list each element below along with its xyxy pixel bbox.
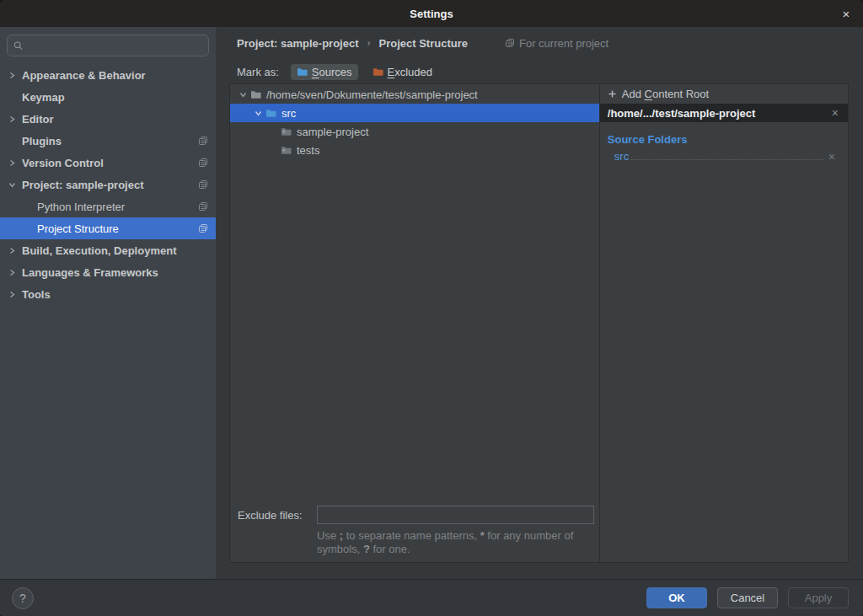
settings-nav: Appearance & Behavior Keymap Editor Plug… xyxy=(0,64,216,305)
source-folders-title: Source Folders xyxy=(608,133,840,146)
chevron-right-icon xyxy=(8,247,22,254)
add-root-mnemonic: C xyxy=(645,88,652,100)
chevron-down-icon xyxy=(8,181,22,189)
sidebar-item-project-structure[interactable]: Project Structure xyxy=(0,217,216,239)
close-icon[interactable]: × xyxy=(837,0,855,27)
source-folder-icon xyxy=(297,67,308,77)
content-roots-panel: Add Content Root /home/.../test/sample-p… xyxy=(599,84,848,562)
dialog-footer: ? OK Cancel Apply xyxy=(0,579,863,616)
tree-row-root[interactable]: /home/sven/Dokumente/test/sample-project xyxy=(230,85,599,104)
chevron-down-icon[interactable] xyxy=(235,91,250,99)
sidebar-item-label: Project Structure xyxy=(37,222,119,235)
exclude-files-hint: Use ; to separate name patterns, * for a… xyxy=(317,529,597,556)
per-project-settings-icon xyxy=(197,201,209,212)
folder-icon xyxy=(281,126,292,137)
exclude-files-label: Exclude files: xyxy=(238,509,317,522)
content-root-path: /home/.../test/sample-project xyxy=(608,107,830,120)
search-box[interactable] xyxy=(7,35,209,56)
sidebar-item-label: Python Interpreter xyxy=(37,201,125,213)
sidebar-item-label: Project: sample-project xyxy=(22,179,144,191)
project-structure-panels: /home/sven/Dokumente/test/sample-project… xyxy=(229,83,849,563)
exclude-files-section: Exclude files: Use ; to separate name pa… xyxy=(238,506,594,556)
tree-row-src[interactable]: src xyxy=(230,104,599,122)
sidebar-item-label: Tools xyxy=(22,288,51,301)
excluded-mnemonic: E xyxy=(388,66,395,78)
per-project-settings-icon xyxy=(197,136,209,146)
source-folder-icon xyxy=(265,108,276,118)
source-folder-row[interactable]: src × xyxy=(600,148,848,164)
sidebar-item-label: Appearance & Behavior xyxy=(22,69,146,82)
settings-sidebar: Appearance & Behavior Keymap Editor Plug… xyxy=(0,27,216,579)
sidebar-item-tools[interactable]: Tools xyxy=(0,283,216,305)
per-project-settings-icon xyxy=(197,179,209,190)
tree-row-label: src xyxy=(281,107,296,120)
ok-button[interactable]: OK xyxy=(646,587,707,608)
per-project-settings-icon xyxy=(505,38,515,48)
search-icon xyxy=(13,40,24,51)
tree-row-label: tests xyxy=(297,144,319,157)
sidebar-item-label: Keymap xyxy=(22,91,65,104)
help-button[interactable]: ? xyxy=(12,587,34,609)
chevron-down-icon[interactable] xyxy=(250,110,265,117)
tree-row-label: sample-project xyxy=(297,126,368,138)
breadcrumb: Project: sample-project › Project Struct… xyxy=(237,33,608,53)
breadcrumb-separator-icon: › xyxy=(367,37,371,49)
sidebar-item-label: Plugins xyxy=(22,135,62,147)
mark-as-toolbar: Mark as: Sources Excluded xyxy=(237,62,438,82)
excluded-label: xcluded xyxy=(394,66,432,78)
excluded-folder-icon xyxy=(373,67,383,77)
sidebar-item-plugins[interactable]: Plugins xyxy=(0,130,216,152)
tree-row-label: /home/sven/Dokumente/test/sample-project xyxy=(266,88,478,101)
folder-icon xyxy=(281,145,292,155)
settings-dialog: Settings × Appearance & Behavior Keymap … xyxy=(0,0,863,616)
content-root-row[interactable]: /home/.../test/sample-project × xyxy=(600,104,848,122)
mark-as-label: Mark as: xyxy=(237,66,279,78)
breadcrumb-page: Project Structure xyxy=(379,37,468,50)
sidebar-item-label: Version Control xyxy=(22,157,104,169)
folder-icon xyxy=(250,89,261,99)
search-input[interactable] xyxy=(29,40,202,52)
tree-row-sample-project[interactable]: sample-project xyxy=(230,122,599,141)
sidebar-item-label: Languages & Frameworks xyxy=(22,266,158,279)
sidebar-item-languages-frameworks[interactable]: Languages & Frameworks xyxy=(0,261,216,283)
remove-source-folder-icon[interactable]: × xyxy=(827,151,837,163)
context-note-label: For current project xyxy=(519,37,608,50)
sources-label: ources xyxy=(319,66,352,78)
title-bar: Settings × xyxy=(0,0,863,27)
sidebar-item-label: Build, Execution, Deployment xyxy=(22,244,176,257)
sidebar-item-keymap[interactable]: Keymap xyxy=(0,86,216,108)
cancel-button[interactable]: Cancel xyxy=(717,587,778,608)
remove-content-root-icon[interactable]: × xyxy=(830,107,840,119)
sidebar-item-appearance[interactable]: Appearance & Behavior xyxy=(0,64,216,86)
sidebar-item-python-interpreter[interactable]: Python Interpreter xyxy=(0,196,216,217)
dialog-title: Settings xyxy=(410,8,453,20)
sidebar-item-editor[interactable]: Editor xyxy=(0,108,216,130)
sidebar-item-label: Editor xyxy=(22,113,54,126)
dotted-leader xyxy=(631,159,823,160)
mark-sources-button[interactable]: Sources xyxy=(291,64,358,80)
per-project-settings-icon xyxy=(197,223,209,233)
add-content-root-button[interactable]: Add Content Root xyxy=(600,84,848,104)
mark-excluded-button[interactable]: Excluded xyxy=(367,64,438,80)
chevron-right-icon xyxy=(8,159,22,167)
per-project-settings-icon xyxy=(197,158,209,168)
chevron-right-icon xyxy=(8,269,22,276)
settings-main: Project: sample-project › Project Struct… xyxy=(216,27,863,579)
context-note: For current project xyxy=(505,37,608,50)
content-tree-panel: /home/sven/Dokumente/test/sample-project… xyxy=(230,84,599,562)
chevron-right-icon xyxy=(8,115,22,123)
sidebar-item-project[interactable]: Project: sample-project xyxy=(0,174,216,196)
sources-mnemonic: S xyxy=(312,66,319,78)
sidebar-item-build-execution[interactable]: Build, Execution, Deployment xyxy=(0,239,216,261)
exclude-files-input[interactable] xyxy=(317,506,594,524)
plus-icon xyxy=(608,89,617,99)
chevron-right-icon xyxy=(8,72,22,79)
add-root-label-rest: ontent Root xyxy=(652,88,709,100)
apply-button: Apply xyxy=(788,587,849,608)
chevron-right-icon xyxy=(8,291,22,298)
sidebar-item-version-control[interactable]: Version Control xyxy=(0,152,216,174)
tree-row-tests[interactable]: tests xyxy=(230,141,599,159)
source-folder-name: src xyxy=(614,150,629,163)
breadcrumb-project[interactable]: Project: sample-project xyxy=(237,37,359,50)
add-root-label: Add xyxy=(622,88,645,100)
